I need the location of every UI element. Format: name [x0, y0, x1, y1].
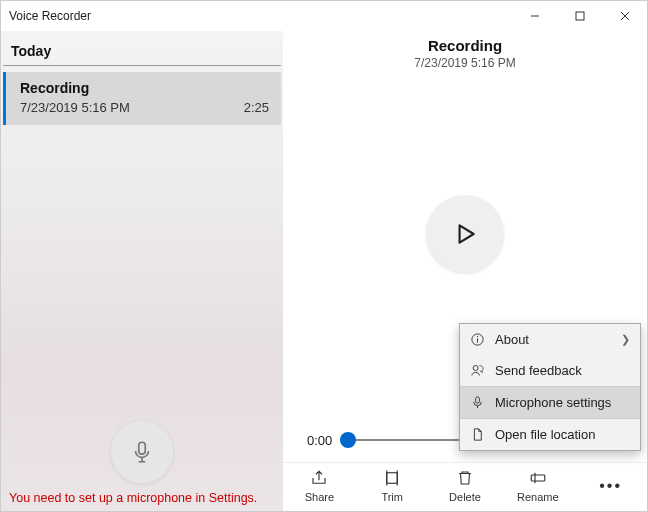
more-icon: •••: [599, 477, 622, 495]
play-button[interactable]: [426, 195, 504, 273]
svg-rect-1: [576, 12, 584, 20]
menu-open-label: Open file location: [495, 427, 595, 442]
menu-mic-label: Microphone settings: [495, 395, 611, 410]
playback-position: 0:00: [307, 433, 332, 448]
record-button[interactable]: [111, 421, 173, 483]
microphone-icon: [470, 395, 485, 410]
play-icon: [452, 221, 478, 247]
menu-microphone-settings[interactable]: Microphone settings: [460, 387, 640, 418]
file-icon: [470, 427, 485, 442]
svg-rect-4: [139, 442, 146, 454]
trim-label: Trim: [381, 491, 403, 503]
share-button[interactable]: Share: [289, 469, 349, 503]
detail-timestamp: 7/23/2019 5:16 PM: [283, 56, 647, 70]
rename-label: Rename: [517, 491, 559, 503]
rename-icon: [529, 469, 547, 487]
close-button[interactable]: [602, 1, 647, 31]
delete-label: Delete: [449, 491, 481, 503]
svg-rect-11: [531, 475, 545, 481]
recording-timestamp: 7/23/2019 5:16 PM: [20, 100, 130, 115]
delete-button[interactable]: Delete: [435, 469, 495, 503]
trim-button[interactable]: Trim: [362, 469, 422, 503]
menu-feedback[interactable]: Send feedback: [460, 355, 640, 386]
menu-feedback-label: Send feedback: [495, 363, 582, 378]
svg-rect-17: [476, 397, 480, 403]
menu-about-label: About: [495, 332, 529, 347]
recordings-sidebar: Today Recording 7/23/2019 5:16 PM 2:25 Y…: [1, 31, 283, 511]
detail-header: Recording 7/23/2019 5:16 PM: [283, 31, 647, 70]
app-title: Voice Recorder: [9, 9, 91, 23]
more-button[interactable]: •••: [581, 469, 641, 503]
recording-item[interactable]: Recording 7/23/2019 5:16 PM 2:25: [3, 72, 281, 125]
svg-rect-8: [387, 473, 398, 484]
svg-marker-7: [460, 225, 474, 242]
microphone-icon: [129, 439, 155, 465]
trim-icon: [383, 469, 401, 487]
share-label: Share: [305, 491, 334, 503]
more-menu: About ❯ Send feedback Microphone setting…: [459, 323, 641, 451]
window-controls: [512, 1, 647, 31]
info-icon: [470, 332, 485, 347]
menu-open-file-location[interactable]: Open file location: [460, 419, 640, 450]
action-toolbar: Share Trim Delete Rename •••: [283, 462, 647, 511]
feedback-icon: [470, 363, 485, 378]
detail-title: Recording: [283, 37, 647, 54]
section-today: Today: [3, 31, 281, 66]
detail-pane: Recording 7/23/2019 5:16 PM 0:00: [283, 31, 647, 511]
maximize-button[interactable]: [557, 1, 602, 31]
recording-name: Recording: [20, 80, 269, 96]
rename-button[interactable]: Rename: [508, 469, 568, 503]
menu-about[interactable]: About ❯: [460, 324, 640, 355]
app-window: Voice Recorder Today Recording 7/23/2019…: [0, 0, 648, 512]
recording-duration: 2:25: [244, 100, 269, 115]
main: Today Recording 7/23/2019 5:16 PM 2:25 Y…: [1, 31, 647, 511]
slider-thumb[interactable]: [340, 432, 356, 448]
titlebar: Voice Recorder: [1, 1, 647, 31]
share-icon: [310, 469, 328, 487]
svg-point-15: [477, 336, 478, 337]
chevron-right-icon: ❯: [621, 333, 630, 346]
minimize-button[interactable]: [512, 1, 557, 31]
trash-icon: [456, 469, 474, 487]
mic-warning: You need to set up a microphone in Setti…: [5, 489, 279, 507]
svg-point-16: [473, 366, 478, 371]
